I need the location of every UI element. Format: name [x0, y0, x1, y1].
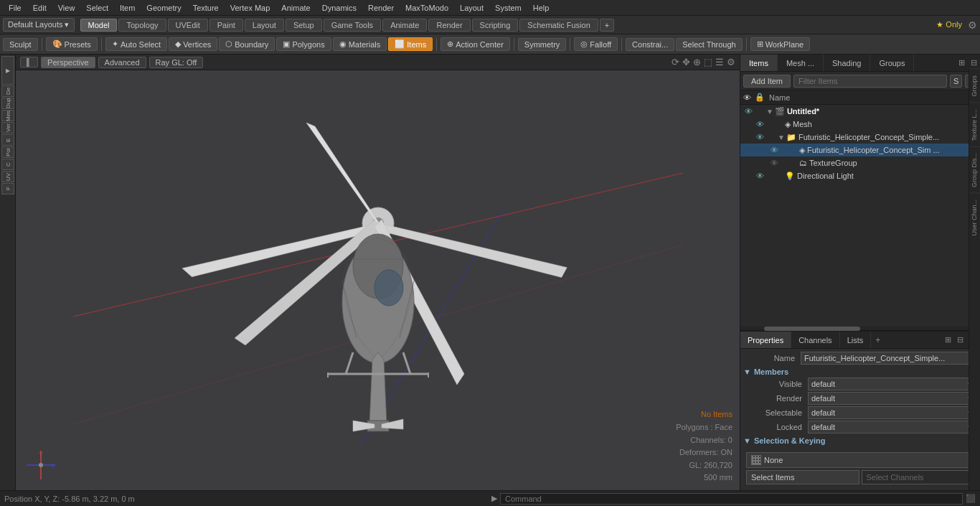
menu-file[interactable]: File	[3, 2, 27, 14]
menu-animate[interactable]: Animate	[275, 2, 316, 14]
auto-select-button[interactable]: ✦ Auto Select	[105, 37, 167, 51]
expand-right-icon[interactable]: ⬛	[966, 494, 976, 503]
sidebar-expand[interactable]: ▶	[1, 56, 14, 85]
eye-mesh[interactable]: 👁	[755, 119, 765, 129]
visible-dropdown[interactable]: default ▼	[808, 378, 977, 390]
eye-untitled[interactable]: 👁	[743, 106, 753, 116]
settings-icon[interactable]: ⚙	[968, 19, 977, 31]
sidebar-item-de[interactable]: De	[1, 85, 14, 97]
tree-item-dir-light[interactable]: 👁 ▶ 💡 Directional Light	[740, 169, 980, 182]
mode-tab-uvedit[interactable]: UVEdit	[168, 19, 208, 32]
sidebar-item-uv[interactable]: UV	[1, 171, 14, 182]
selectable-dropdown[interactable]: default ▼	[808, 406, 977, 419]
menu-render[interactable]: Render	[362, 2, 400, 14]
render-dropdown[interactable]: default ▼	[808, 392, 977, 405]
name-input[interactable]: Futuristic_Helicopter_Concept_Simple...	[801, 352, 977, 365]
menu-geometry[interactable]: Geometry	[141, 2, 187, 14]
panel-collapse-icon[interactable]: ⊟	[968, 58, 980, 67]
vtab-groups[interactable]: Groups	[969, 69, 980, 103]
expand-left-icon[interactable]: ▶	[491, 494, 497, 503]
boundary-button[interactable]: ⬡ Boundary	[219, 37, 275, 51]
eye-heli-mesh[interactable]: 👁	[769, 145, 779, 155]
symmetry-button[interactable]: Symmetry	[518, 38, 567, 51]
lock-heli-mesh[interactable]	[781, 145, 791, 155]
viewport-settings-icon[interactable]: ⚙	[727, 57, 735, 67]
viewport-tab-perspective[interactable]: Perspective	[41, 57, 95, 68]
tree-item-heli-group[interactable]: 👁 ▼ 📁 Futuristic_Helicopter_Concept_Simp…	[740, 131, 980, 144]
tree-item-heli-mesh[interactable]: 👁 ▶ ◈ Futuristic_Helicopter_Concept_Sim …	[740, 144, 980, 156]
select-channels-button[interactable]: Select Channels	[862, 470, 975, 484]
props-collapse-icon[interactable]: ⊟	[954, 335, 966, 345]
menu-vertex-map[interactable]: Vertex Map	[225, 2, 276, 14]
presets-button[interactable]: 🎨 Presets	[46, 37, 98, 51]
sidebar-item-e[interactable]: E	[1, 134, 14, 146]
panel-tab-shading[interactable]: Shading	[824, 55, 870, 71]
panel-tab-groups[interactable]: Groups	[870, 55, 914, 71]
sidebar-item-dup[interactable]: Dup	[1, 98, 14, 109]
add-item-button[interactable]: Add Item	[743, 75, 791, 88]
items-button[interactable]: ⬜ Items	[388, 37, 433, 51]
eye-heli-group[interactable]: 👁	[755, 132, 765, 142]
menu-texture[interactable]: Texture	[187, 2, 225, 14]
tree-item-texture-group[interactable]: 👁 ▶ 🗂 TextureGroup	[740, 156, 980, 169]
sidebar-item-pol[interactable]: Pol	[1, 146, 14, 158]
panel-tab-mesh[interactable]: Mesh ...	[778, 55, 824, 71]
polygons-button[interactable]: ▣ Polygons	[276, 37, 331, 51]
viewport-tab-raygl[interactable]: Ray GL: Off	[149, 57, 204, 68]
sidebar-item-f[interactable]: F	[1, 183, 14, 195]
sidebar-item-ver[interactable]: Ver	[1, 122, 14, 133]
lock-mesh[interactable]	[766, 119, 776, 129]
menu-select[interactable]: Select	[80, 2, 114, 14]
vtab-user-chan[interactable]: User Chan...	[969, 193, 980, 242]
mode-tab-scripting[interactable]: Scripting	[472, 19, 519, 32]
none-button[interactable]: None	[746, 452, 974, 468]
sidebar-item-c[interactable]: C	[1, 159, 14, 170]
locked-dropdown[interactable]: default ▼	[808, 421, 977, 434]
mode-tab-model[interactable]: Model	[80, 19, 118, 32]
select-items-button[interactable]: Select Items	[746, 470, 859, 484]
menu-system[interactable]: System	[489, 2, 527, 14]
action-center-button[interactable]: ⊕ Action Center	[440, 37, 510, 51]
menu-help[interactable]: Help	[527, 2, 555, 14]
tree-item-mesh[interactable]: 👁 ▶ ◈ Mesh	[740, 118, 980, 131]
star-only[interactable]: ★ Only	[936, 20, 962, 29]
sidebar-item-mes[interactable]: Mes	[1, 110, 14, 121]
viewport-pan-icon[interactable]: ✥	[682, 57, 690, 67]
viewport[interactable]: ▌ Perspective Advanced Ray GL: Off ⟳ ✥ ⊕…	[16, 55, 740, 490]
props-tab-add[interactable]: +	[871, 332, 885, 348]
filter-s-button[interactable]: S	[950, 75, 962, 88]
panel-tab-items[interactable]: Items	[740, 55, 778, 71]
menu-maxtomodo[interactable]: MaxToModo	[400, 2, 454, 14]
menu-layout[interactable]: Layout	[454, 2, 489, 14]
mode-tab-layout[interactable]: Layout	[245, 19, 284, 32]
layout-dropdown[interactable]: Default Layouts ▾	[3, 18, 75, 32]
eye-dir-light[interactable]: 👁	[755, 171, 765, 181]
mode-tab-animate[interactable]: Animate	[382, 19, 427, 32]
tab-add-button[interactable]: +	[600, 19, 614, 32]
vtab-group-dis[interactable]: Group Dis...	[969, 146, 980, 193]
viewport-canvas[interactable]: No Items Polygons : Face Channels: 0 Def…	[16, 70, 740, 490]
viewport-menu-icon[interactable]: ☰	[715, 57, 724, 67]
mode-tab-gametools[interactable]: Game Tools	[324, 19, 382, 32]
mode-tab-paint[interactable]: Paint	[209, 19, 243, 32]
lock-untitled[interactable]	[755, 106, 765, 116]
mode-tab-setup[interactable]: Setup	[286, 19, 322, 32]
props-expand-icon[interactable]: ⊞	[942, 335, 954, 345]
menu-view[interactable]: View	[52, 2, 81, 14]
mode-tab-schematic[interactable]: Schematic Fusion	[519, 19, 598, 32]
props-tab-properties[interactable]: Properties	[740, 332, 791, 348]
filter-items-input[interactable]	[793, 75, 947, 88]
sculpt-button[interactable]: Sculpt	[3, 38, 38, 51]
lock-dir-light[interactable]	[766, 171, 776, 181]
menu-edit[interactable]: Edit	[27, 2, 52, 14]
panel-expand-icon[interactable]: ⊞	[956, 58, 968, 67]
selection-keying-section[interactable]: ▼ Selection & Keying	[743, 436, 977, 445]
viewport-tab-advanced[interactable]: Advanced	[98, 57, 146, 68]
menu-dynamics[interactable]: Dynamics	[316, 2, 362, 14]
workplane-button[interactable]: ⊞ WorkPlane	[750, 37, 811, 51]
select-through-button[interactable]: Select Through	[676, 38, 742, 51]
falloff-button[interactable]: ◎ Falloff	[574, 37, 618, 51]
lock-texture-group[interactable]	[781, 158, 791, 168]
vertices-button[interactable]: ◆ Vertices	[169, 37, 217, 51]
members-section[interactable]: ▼ Members	[743, 367, 977, 376]
